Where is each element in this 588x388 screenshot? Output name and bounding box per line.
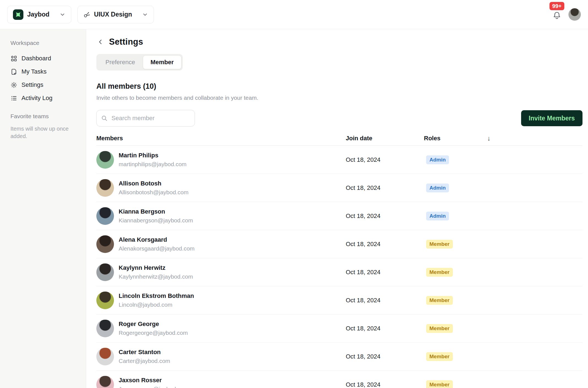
member-name: Alena Korsgaard [119, 236, 195, 243]
members-heading: All members (10) [96, 82, 582, 91]
tasks-icon [10, 68, 17, 75]
table-row: Lincoln Ekstrom Bothman Lincoln@jaybod.c… [96, 286, 582, 314]
member-name: Roger George [119, 320, 188, 328]
member-email: Rogergeorge@jaybod.com [119, 330, 188, 336]
member-join-date: Oct 18, 2024 [346, 184, 424, 192]
table-row: Alena Korsgaard Alenakorsgaard@jaybod.co… [96, 230, 582, 258]
sidebar-item-label: Activity Log [21, 95, 53, 102]
role-badge: Member [426, 324, 453, 333]
role-badge: Member [426, 268, 453, 277]
table-row: Kaylynn Herwitz Kaylynnherwitz@jaybod.co… [96, 258, 582, 286]
sidebar-item-label: My Tasks [21, 68, 47, 75]
topbar-right: 99+ [551, 8, 581, 21]
member-avatar [96, 235, 114, 253]
member-name: Allison Botosh [119, 180, 189, 187]
team-switcher[interactable]: UIUX Design [77, 6, 154, 23]
member-email: Kiannabergson@jaybod.com [119, 217, 193, 224]
members-table: Members Join date Roles ↓ Martin Philips… [96, 131, 582, 388]
sidebar-item-label: Dashboard [21, 55, 51, 62]
sidebar-item-settings[interactable]: Settings [10, 78, 86, 91]
table-body: Martin Philips martinphilips@jaybod.com … [96, 146, 582, 388]
tab-preference[interactable]: Preference [98, 55, 143, 69]
role-badge: Admin [426, 184, 449, 192]
page-header: Settings [96, 37, 582, 47]
jaybod-logo-icon [13, 9, 23, 20]
sidebar-item-dashboard[interactable]: Dashboard [10, 52, 86, 65]
table-header: Members Join date Roles ↓ [96, 131, 582, 146]
sidebar-item-activity-log[interactable]: Activity Log [10, 91, 86, 105]
member-identity: Jaxson Rosser Jaxsonrosser@jaybod.com [119, 377, 189, 388]
bell-icon [552, 11, 562, 20]
member-email: Allisonbotosh@jaybod.com [119, 189, 189, 196]
column-join-date: Join date [346, 135, 424, 142]
table-row: Martin Philips martinphilips@jaybod.com … [96, 146, 582, 174]
workspace-switcher[interactable]: Jaybod [7, 6, 71, 23]
role-badge: Admin [426, 212, 449, 220]
member-cell: Carter Stanton Carter@jaybod.com [96, 348, 346, 365]
sidebar-section-workspace: Workspace [10, 40, 86, 46]
member-avatar [96, 179, 114, 197]
member-avatar [96, 151, 114, 169]
member-join-date: Oct 18, 2024 [346, 353, 424, 360]
search-input[interactable] [96, 110, 195, 126]
table-row: Jaxson Rosser Jaxsonrosser@jaybod.com Oc… [96, 371, 582, 388]
member-join-date: Oct 18, 2024 [346, 297, 424, 304]
sidebar-section-favorite-teams: Favorite teams [10, 113, 86, 120]
search-wrapper [96, 110, 195, 126]
role-badge: Member [426, 380, 453, 388]
member-identity: Martin Philips martinphilips@jaybod.com [119, 152, 187, 168]
member-join-date: Oct 18, 2024 [346, 212, 424, 220]
sidebar-item-label: Settings [21, 81, 43, 88]
member-identity: Allison Botosh Allisonbotosh@jaybod.com [119, 180, 189, 196]
member-avatar [96, 292, 114, 309]
member-name: Carter Stanton [119, 349, 170, 356]
member-email: martinphilips@jaybod.com [119, 161, 187, 168]
member-join-date: Oct 18, 2024 [346, 381, 424, 388]
member-cell: Roger George Rogergeorge@jaybod.com [96, 320, 346, 337]
role-badge: Member [426, 352, 453, 361]
app-window: Jaybod UIUX Design 99+ [0, 0, 588, 388]
tab-member[interactable]: Member [143, 55, 181, 69]
gear-icon [10, 82, 17, 88]
member-identity: Alena Korsgaard Alenakorsgaard@jaybod.co… [119, 236, 195, 252]
page-title: Settings [109, 37, 143, 47]
member-email: Lincoln@jaybod.com [119, 301, 194, 308]
member-avatar [96, 263, 114, 281]
search-icon [101, 115, 108, 122]
member-identity: Carter Stanton Carter@jaybod.com [119, 349, 170, 364]
sidebar-item-my-tasks[interactable]: My Tasks [10, 65, 86, 78]
members-controls: Invite Members [96, 110, 582, 126]
member-cell: Kianna Bergson Kiannabergson@jaybod.com [96, 207, 346, 225]
invite-members-button[interactable]: Invite Members [521, 110, 582, 126]
user-avatar[interactable] [568, 8, 581, 21]
member-avatar [96, 376, 114, 388]
member-join-date: Oct 18, 2024 [346, 269, 424, 276]
member-cell: Jaxson Rosser Jaxsonrosser@jaybod.com [96, 376, 346, 388]
table-row: Kianna Bergson Kiannabergson@jaybod.com … [96, 202, 582, 230]
member-name: Jaxson Rosser [119, 377, 189, 384]
member-join-date: Oct 18, 2024 [346, 156, 424, 163]
role-badge: Admin [426, 155, 449, 164]
sort-descending-icon[interactable]: ↓ [487, 134, 491, 142]
settings-tabs: Preference Member [96, 54, 183, 71]
column-members: Members [96, 135, 346, 142]
back-button[interactable] [96, 38, 105, 46]
notification-count-badge: 99+ [549, 2, 564, 10]
notifications-button[interactable]: 99+ [551, 9, 562, 20]
member-name: Martin Philips [119, 152, 187, 159]
sidebar: Workspace Dashboard My Tasks [0, 29, 86, 388]
member-email: Kaylynnherwitz@jaybod.com [119, 273, 193, 280]
member-cell: Martin Philips martinphilips@jaybod.com [96, 151, 346, 169]
member-email: Jaxsonrosser@jaybod.com [119, 386, 189, 388]
member-name: Lincoln Ekstrom Bothman [119, 292, 194, 300]
chevron-down-icon [59, 12, 66, 18]
member-email: Alenakorsgaard@jaybod.com [119, 245, 195, 252]
team-network-icon [83, 11, 90, 18]
role-badge: Member [426, 240, 453, 249]
member-email: Carter@jaybod.com [119, 358, 170, 364]
members-subheading: Invite others to become members and coll… [96, 95, 582, 101]
member-name: Kianna Bergson [119, 208, 193, 215]
member-avatar [96, 207, 114, 225]
member-cell: Kaylynn Herwitz Kaylynnherwitz@jaybod.co… [96, 263, 346, 281]
main-content: Settings Preference Member All members (… [86, 29, 588, 388]
